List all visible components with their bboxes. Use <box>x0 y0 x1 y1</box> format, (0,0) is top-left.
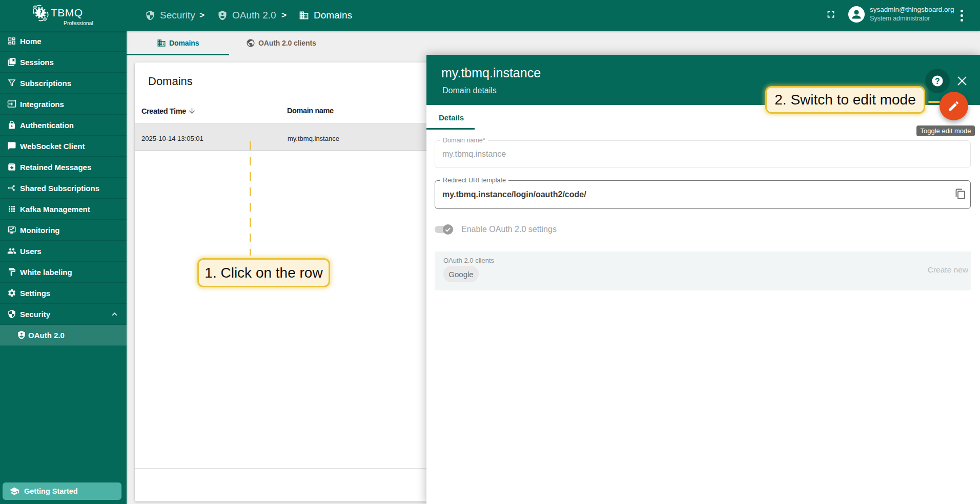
svg-text:?: ? <box>935 77 940 86</box>
